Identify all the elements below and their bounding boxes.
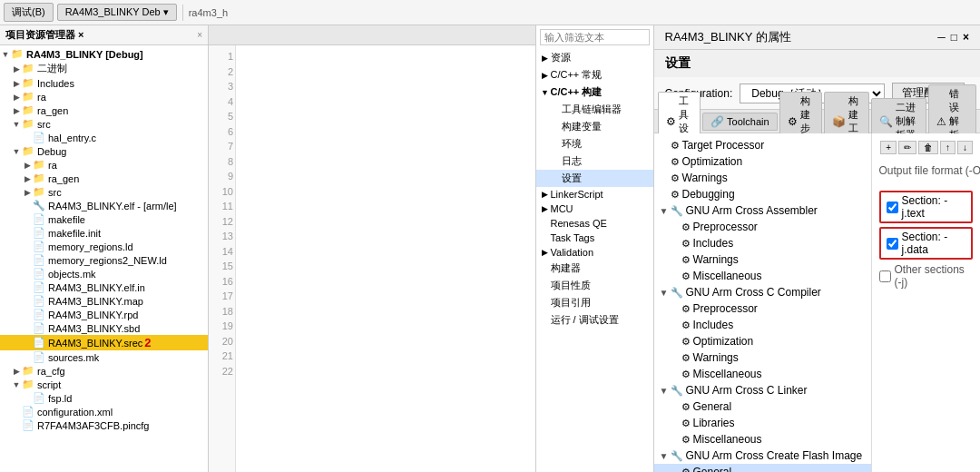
- project-tree-item-memory_regions_ld[interactable]: 📄memory_regions.ld: [0, 240, 208, 253]
- minimize-icon[interactable]: ─: [937, 31, 946, 44]
- menu-item[interactable]: ▶资源: [536, 49, 653, 66]
- line-number: 11: [211, 199, 233, 214]
- project-tree-item-debug_ra[interactable]: ▶📁ra: [0, 158, 208, 172]
- panel-close-icon[interactable]: ×: [197, 30, 202, 40]
- menu-item[interactable]: ▶MCU: [536, 202, 653, 216]
- menu-item[interactable]: 构建变量: [536, 118, 653, 135]
- other-sections-checkbox[interactable]: [879, 270, 891, 282]
- toolbar-btn-project[interactable]: RA4M3_BLINKY Deb ▾: [57, 4, 177, 21]
- props-tree-item[interactable]: ⚙Includes: [654, 317, 871, 333]
- project-tree-item-objects_mk[interactable]: 📄objects.mk: [0, 267, 208, 280]
- project-tree-item-ra_cfg[interactable]: ▶📁ra_cfg: [0, 364, 208, 378]
- props-tree-item[interactable]: ▼🔧GNU Arm Cross C Linker: [654, 382, 871, 398]
- tree-label: sources.mk: [48, 352, 99, 363]
- menu-item[interactable]: ▶LinkerScript: [536, 187, 653, 202]
- props-tree-item[interactable]: ⚙Libraries: [654, 415, 871, 431]
- project-tree-item-elf_file[interactable]: 🔧RA4M3_BLINKY.elf - [arm/le]: [0, 199, 208, 212]
- props-tree-item[interactable]: ▼🔧GNU Arm Cross Assembler: [654, 202, 871, 219]
- project-tree-item-binary[interactable]: ▶📁二进制: [0, 61, 208, 76]
- project-tree-item-configuration_xml[interactable]: 📄configuration.xml: [0, 405, 208, 418]
- expand-icon: ▶: [11, 367, 22, 376]
- menu-item[interactable]: 构建器: [536, 260, 653, 277]
- settings-down-btn[interactable]: ↓: [957, 141, 973, 154]
- props-tree-item[interactable]: ⚙Preprocessor: [654, 300, 871, 317]
- props-tree-item[interactable]: ▼🔧GNU Arm Cross Create Flash Image: [654, 447, 871, 464]
- menu-item-label: Validation: [551, 247, 594, 258]
- project-tree-item-sources_mk[interactable]: 📄sources.mk: [0, 350, 208, 364]
- settings-edit-btn[interactable]: ✏: [898, 141, 916, 154]
- props-tab-Toolchain[interactable]: 🔗Toolchain: [702, 113, 777, 131]
- menu-item[interactable]: Renesas QE: [536, 216, 653, 231]
- props-tree-item[interactable]: ⚙Miscellaneous: [654, 431, 871, 447]
- project-tree-item-ra4m3_srec[interactable]: 📄RA4M3_BLINKY.srec2: [0, 335, 208, 350]
- close-icon[interactable]: ×: [963, 31, 969, 44]
- props-tree-label: Miscellaneous: [693, 433, 762, 446]
- props-tree-item[interactable]: ⚙General: [654, 398, 871, 415]
- project-tree-item-fsp_ld[interactable]: 📄fsp.ld: [0, 391, 208, 405]
- props-tree-folder-icon: 🔧: [671, 450, 683, 462]
- props-tree-item[interactable]: ⚙Warnings: [654, 349, 871, 366]
- props-tree-item[interactable]: ⚙Warnings: [654, 170, 871, 186]
- project-tree-item-includes[interactable]: ▶📁Includes: [0, 76, 208, 90]
- props-tree-item[interactable]: ⚙Debugging: [654, 186, 871, 202]
- project-tree-item-ra_gen[interactable]: ▶📁ra_gen: [0, 103, 208, 117]
- file-icon: 📄: [33, 241, 45, 252]
- project-tree-item-memory_regions2_new_ld[interactable]: 📄memory_regions2_NEW.ld: [0, 253, 208, 267]
- project-tree-item-makefile[interactable]: 📄makefile: [0, 212, 208, 226]
- menu-item[interactable]: 运行 / 调试设置: [536, 311, 653, 329]
- project-tree-item-script[interactable]: ▼📁script: [0, 378, 208, 391]
- tree-badge: 2: [144, 336, 151, 349]
- props-tree-item[interactable]: ⚙Preprocessor: [654, 219, 871, 235]
- props-tree-item[interactable]: ⚙Miscellaneous: [654, 366, 871, 382]
- props-tree-folder-icon: ⚙: [681, 221, 691, 233]
- project-tree-item-debug_ra_gen[interactable]: ▶📁ra_gen: [0, 172, 208, 185]
- project-tree-item-ra4m3_sbd[interactable]: 📄RA4M3_BLINKY.sbd: [0, 321, 208, 335]
- menu-item[interactable]: 日志: [536, 152, 653, 170]
- section-checkbox-input[interactable]: [887, 202, 898, 213]
- menu-item[interactable]: 工具链编辑器: [536, 101, 653, 118]
- line-number: 10: [211, 184, 233, 200]
- project-tree-item-hal_entry_c[interactable]: 📄hal_entry.c: [0, 131, 208, 144]
- project-tree-item-ra4m3_blinky_debug[interactable]: ▼📁RA4M3_BLINKY [Debug]: [0, 47, 208, 61]
- menu-search-input[interactable]: [540, 29, 650, 45]
- menu-item[interactable]: Task Tags: [536, 231, 653, 245]
- toolbar-btn-debug[interactable]: 调试(B): [4, 3, 54, 22]
- section-checkbox-input[interactable]: [887, 238, 898, 250]
- props-tree-item[interactable]: ⚙General: [654, 464, 871, 472]
- folder-icon: 📁: [22, 365, 34, 377]
- props-tree-label: GNU Arm Cross C Compiler: [686, 286, 821, 299]
- menu-item[interactable]: 项目性质: [536, 277, 653, 294]
- menu-item[interactable]: 设置: [536, 170, 653, 187]
- menu-item[interactable]: 环境: [536, 135, 653, 152]
- maximize-icon[interactable]: □: [951, 31, 957, 44]
- project-tree-item-debug_src[interactable]: ▶📁src: [0, 185, 208, 199]
- project-tree-item-ra4m3_map[interactable]: 📄RA4M3_BLINKY.map: [0, 294, 208, 308]
- settings-delete-btn[interactable]: 🗑: [918, 141, 938, 154]
- props-tree-folder-icon: ⚙: [681, 434, 691, 446]
- project-tree-item-ra4m3_rpd[interactable]: 📄RA4M3_BLINKY.rpd: [0, 308, 208, 321]
- project-tree-item-src[interactable]: ▼📁src: [0, 117, 208, 131]
- project-tree-item-ra4m3_elf_in[interactable]: 📄RA4M3_BLINKY.elf.in: [0, 280, 208, 294]
- props-tree-item[interactable]: ⚙Optimization: [654, 333, 871, 349]
- settings-add-btn[interactable]: +: [880, 141, 897, 154]
- project-tree-item-ra[interactable]: ▶📁ra: [0, 90, 208, 103]
- menu-item[interactable]: ▶Validation: [536, 245, 653, 260]
- props-tree-item[interactable]: ⚙Warnings: [654, 251, 871, 268]
- menu-item[interactable]: 项目引用: [536, 294, 653, 311]
- props-tree-item[interactable]: ⚙Includes: [654, 235, 871, 251]
- props-tree-item[interactable]: ⚙Miscellaneous: [654, 268, 871, 284]
- project-tree-item-makefile_init[interactable]: 📄makefile.init: [0, 226, 208, 240]
- menu-item[interactable]: ▶C/C++ 常规: [536, 66, 653, 84]
- project-tree-item-r7fa4m3[interactable]: 📄R7FA4M3AF3CFB.pincfg: [0, 418, 208, 432]
- file-icon: 📄: [33, 268, 45, 280]
- props-tree-label: Optimization: [682, 155, 743, 168]
- settings-up-btn[interactable]: ↑: [940, 141, 956, 154]
- menu-item[interactable]: ▼C/C++ 构建: [536, 84, 653, 101]
- line-number: 9: [211, 169, 233, 184]
- props-tree-folder-icon: 🔧: [671, 385, 683, 397]
- editor-panel: 12345678910111213141516171819202122: [209, 25, 536, 472]
- props-tree-item[interactable]: ⚙Optimization: [654, 153, 871, 170]
- props-tree-item[interactable]: ⚙Target Processor: [654, 137, 871, 153]
- props-tree-item[interactable]: ▼🔧GNU Arm Cross C Compiler: [654, 284, 871, 300]
- project-tree-item-debug[interactable]: ▼📁Debug: [0, 144, 208, 158]
